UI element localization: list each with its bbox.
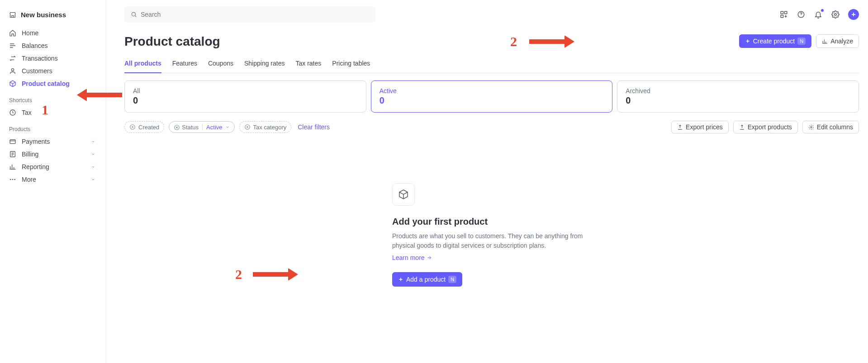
create-icon[interactable] xyxy=(848,9,859,20)
filter-label: Tax category xyxy=(253,124,287,131)
sidebar-item-label: More xyxy=(22,176,36,183)
sidebar-item-product-catalog[interactable]: Product catalog xyxy=(0,77,106,90)
shortcuts-section-title: Shortcuts xyxy=(0,90,106,106)
arrow-right-icon xyxy=(427,255,432,260)
tab-pricing-tables[interactable]: Pricing tables xyxy=(332,55,370,73)
filter-label: Created xyxy=(138,124,159,131)
plus-icon xyxy=(398,277,403,282)
stat-card-archived[interactable]: Archived 0 xyxy=(617,80,859,113)
sidebar-item-payments[interactable]: Payments xyxy=(0,135,106,148)
business-switcher[interactable]: New business xyxy=(0,7,106,27)
chevron-down-icon xyxy=(90,151,97,158)
filter-chip-tax-category[interactable]: Tax category xyxy=(239,121,292,133)
add-product-label: Add a product xyxy=(406,276,446,283)
sidebar-item-home[interactable]: Home xyxy=(0,27,106,39)
bell-icon[interactable] xyxy=(814,10,823,19)
sidebar-item-label: Balances xyxy=(22,42,48,49)
svg-point-5 xyxy=(12,179,14,180)
sidebar-item-label: Reporting xyxy=(22,163,49,170)
store-icon xyxy=(9,11,16,19)
tab-all-products[interactable]: All products xyxy=(124,55,161,73)
search-field[interactable] xyxy=(141,11,369,18)
stat-value: 0 xyxy=(626,95,850,106)
keyboard-hint: N xyxy=(797,38,806,45)
svg-rect-8 xyxy=(781,11,783,14)
chevron-down-icon xyxy=(90,138,97,145)
empty-title: Add your first product xyxy=(392,217,488,227)
tab-shipping-rates[interactable]: Shipping rates xyxy=(244,55,285,73)
chevron-down-icon xyxy=(90,176,97,183)
learn-more-link[interactable]: Learn more xyxy=(392,254,432,261)
page-title: Product catalog xyxy=(124,34,220,49)
keyboard-hint: N xyxy=(448,276,456,283)
sidebar-item-label: Payments xyxy=(22,138,50,145)
wallet-icon xyxy=(9,138,16,145)
sidebar-item-label: Customers xyxy=(22,67,52,75)
divider xyxy=(202,124,203,130)
gear-icon xyxy=(808,124,814,130)
search-input[interactable] xyxy=(124,6,375,23)
tab-tax-rates[interactable]: Tax rates xyxy=(295,55,321,73)
box-icon xyxy=(9,80,16,87)
sidebar-item-transactions[interactable]: Transactions xyxy=(0,52,106,65)
sidebar-item-label: Tax xyxy=(22,109,32,116)
add-product-button[interactable]: Add a product N xyxy=(392,272,462,287)
stat-card-active[interactable]: Active 0 xyxy=(371,80,613,113)
chevron-down-icon xyxy=(90,163,97,170)
analyze-label: Analyze xyxy=(830,38,853,45)
filter-chip-status[interactable]: Status Active xyxy=(169,121,234,133)
export-products-button[interactable]: Export products xyxy=(733,121,798,133)
filter-chip-created[interactable]: Created xyxy=(124,121,164,133)
sidebar-item-tax[interactable]: Tax xyxy=(0,106,106,119)
filter-label: Status xyxy=(182,124,199,131)
create-product-button[interactable]: Create product N xyxy=(739,34,812,48)
apps-icon[interactable] xyxy=(779,10,788,19)
x-circle-icon xyxy=(174,124,179,130)
sidebar-item-billing[interactable]: Billing xyxy=(0,148,106,160)
button-label: Export prices xyxy=(686,123,723,131)
tabs: All products Features Coupons Shipping r… xyxy=(124,55,859,73)
stat-label: Active xyxy=(379,87,604,94)
stat-label: Archived xyxy=(626,87,850,94)
sidebar-item-customers[interactable]: Customers xyxy=(0,65,106,77)
sidebar-item-label: Product catalog xyxy=(22,80,70,87)
svg-rect-10 xyxy=(781,15,783,18)
svg-point-0 xyxy=(11,69,14,71)
sidebar-item-balances[interactable]: Balances xyxy=(0,39,106,52)
create-product-label: Create product xyxy=(753,38,795,45)
sidebar-item-more[interactable]: More xyxy=(0,173,106,186)
svg-point-6 xyxy=(14,179,15,180)
settings-icon[interactable] xyxy=(831,10,840,19)
customers-icon xyxy=(9,67,16,75)
balances-icon xyxy=(9,42,16,49)
chart-icon xyxy=(822,38,828,44)
tab-coupons[interactable]: Coupons xyxy=(208,55,233,73)
analyze-button[interactable]: Analyze xyxy=(816,34,859,48)
plus-circle-icon xyxy=(129,124,136,130)
help-icon[interactable] xyxy=(797,10,806,19)
svg-point-12 xyxy=(835,14,837,16)
more-icon xyxy=(9,176,16,183)
sidebar-item-reporting[interactable]: Reporting xyxy=(0,160,106,173)
button-label: Edit columns xyxy=(817,123,853,131)
sidebar: New business Home Balances Transactions … xyxy=(0,0,106,363)
empty-state: Add your first product Products are what… xyxy=(124,183,859,287)
tab-features[interactable]: Features xyxy=(172,55,197,73)
main: Product catalog Create product N Analyze… xyxy=(106,0,868,363)
sidebar-item-label: Billing xyxy=(22,151,38,158)
filter-value: Active xyxy=(206,124,222,131)
edit-columns-button[interactable]: Edit columns xyxy=(802,121,859,133)
svg-rect-2 xyxy=(10,140,15,144)
svg-rect-9 xyxy=(785,11,787,14)
plus-circle-icon xyxy=(244,124,251,130)
plus-icon xyxy=(745,38,750,44)
clear-filters-link[interactable]: Clear filters xyxy=(298,123,330,131)
empty-description: Products are what you sell to customers.… xyxy=(392,231,591,250)
svg-point-7 xyxy=(132,12,135,16)
home-icon xyxy=(9,29,16,37)
chevron-down-icon xyxy=(225,125,230,129)
export-prices-button[interactable]: Export prices xyxy=(671,121,729,133)
svg-point-4 xyxy=(10,179,11,180)
stat-card-all[interactable]: All 0 xyxy=(124,80,366,113)
sidebar-item-label: Transactions xyxy=(22,55,58,62)
